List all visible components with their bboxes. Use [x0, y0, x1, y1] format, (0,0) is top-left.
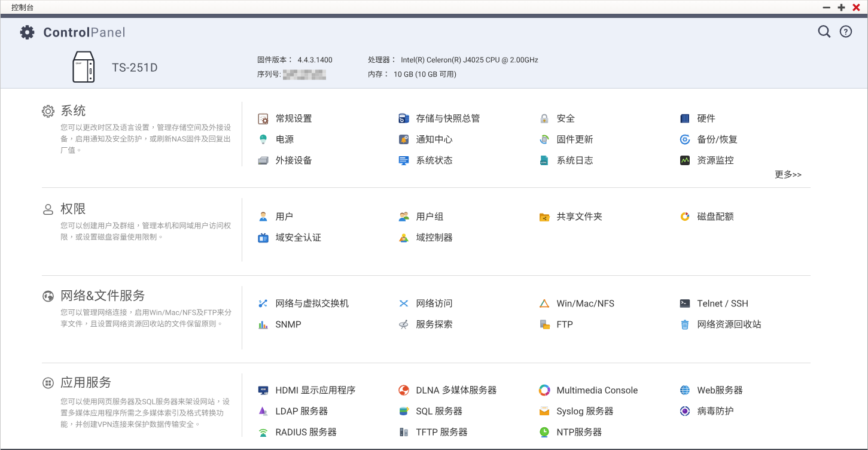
svg-text:LOG: LOG: [541, 161, 546, 164]
svg-text:HDMI: HDMI: [261, 388, 266, 391]
